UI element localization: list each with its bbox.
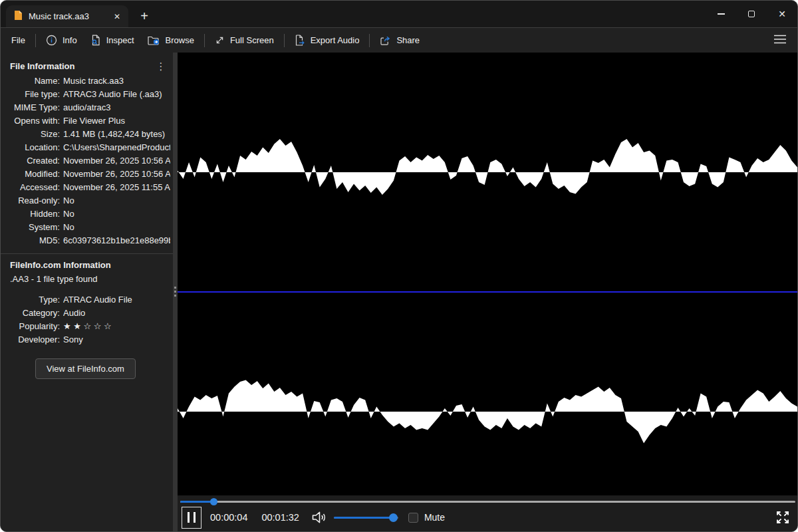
field-label: Location: — [1, 141, 60, 154]
field-row: Developer: Sony — [1, 333, 170, 346]
field-label: Category: — [1, 307, 60, 320]
seek-progress — [180, 501, 213, 503]
field-value: audio/atrac3 — [63, 101, 170, 114]
app-window: Music track.aa3 ✕ + ✕ File Info Inspect — [0, 0, 798, 532]
waveform-display — [178, 53, 797, 495]
field-label: Popularity: — [1, 320, 60, 333]
waveform-right-channel — [178, 377, 797, 446]
pause-button[interactable] — [182, 507, 201, 529]
file-information-header: File Information ⋮ — [1, 53, 173, 74]
field-value: ★ ★ ☆ ☆ ☆ — [63, 320, 170, 333]
field-label: Read-only: — [1, 194, 60, 207]
kebab-menu-icon[interactable]: ⋮ — [154, 62, 168, 71]
field-row: Size: 1.41 MB (1,482,424 bytes) — [1, 128, 170, 141]
channel-divider-line — [178, 291, 797, 293]
inspect-label: Inspect — [106, 35, 134, 45]
player-control-panel: 00:00:04 00:01:32 Mute — [178, 495, 797, 531]
close-button[interactable]: ✕ — [767, 1, 797, 27]
view-at-fileinfo-button[interactable]: View at FileInfo.com — [35, 358, 136, 379]
field-value: File Viewer Plus — [63, 114, 170, 128]
info-label: Info — [63, 35, 77, 45]
browse-button[interactable]: Browse — [141, 28, 201, 53]
file-information-fields: Name: Music track.aa3 File type: ATRAC3 … — [1, 74, 173, 247]
fileinfo-title: FileInfo.com Information — [1, 254, 173, 270]
minimize-icon — [718, 13, 725, 14]
splitter-grip-icon — [174, 287, 176, 297]
volume-slider[interactable] — [334, 513, 398, 522]
tab-title: Music track.aa3 — [29, 11, 105, 21]
sidebar-splitter[interactable] — [173, 53, 178, 531]
browse-icon — [148, 35, 160, 46]
field-row: Hidden: No — [1, 207, 170, 221]
field-label: Opens with: — [1, 114, 60, 128]
speaker-icon[interactable] — [311, 509, 328, 525]
seek-track[interactable] — [180, 501, 795, 503]
volume-thumb[interactable] — [389, 513, 398, 522]
export-audio-button[interactable]: Export Audio — [288, 28, 366, 53]
transport-controls: 00:00:04 00:01:32 Mute — [182, 505, 791, 529]
field-row: Type: ATRAC Audio File — [1, 293, 170, 307]
field-value: November 26, 2025 10:56 AM — [63, 154, 170, 168]
field-row: Category: Audio — [1, 307, 170, 320]
file-menu-label: File — [11, 35, 25, 45]
field-value: No — [63, 194, 170, 207]
field-value: C:\Users\SharpenedProducti... — [63, 141, 170, 154]
field-row: Name: Music track.aa3 — [1, 74, 170, 88]
menu-button[interactable] — [772, 28, 788, 53]
field-row: Popularity: ★ ★ ☆ ☆ ☆ — [1, 320, 170, 333]
field-value: Audio — [63, 307, 170, 320]
toolbar-separator — [284, 34, 285, 47]
field-row: Modified: November 26, 2025 10:56 AM — [1, 168, 170, 181]
field-label: Modified: — [1, 168, 60, 181]
export-audio-icon — [295, 35, 305, 46]
browse-label: Browse — [166, 35, 194, 45]
toolbar: File Info Inspect Browse Full Scre — [1, 27, 797, 53]
field-label: MIME Type: — [1, 101, 60, 114]
field-value: Music track.aa3 — [63, 74, 170, 88]
close-icon: ✕ — [778, 9, 786, 19]
info-icon — [46, 35, 57, 46]
expand-fullscreen-button[interactable] — [775, 509, 791, 525]
share-label: Share — [396, 35, 420, 45]
field-value: 6c03973612b1be21e88e99b2b... — [63, 234, 170, 247]
info-button[interactable]: Info — [39, 28, 84, 53]
fileinfo-subtitle: .AA3 - 1 file type found — [1, 270, 173, 284]
mute-label: Mute — [424, 512, 445, 523]
inspect-icon — [90, 35, 101, 46]
field-value: Sony — [63, 333, 170, 346]
new-tab-button[interactable]: + — [136, 7, 153, 25]
field-row: Created: November 26, 2025 10:56 AM — [1, 154, 170, 168]
document-tab[interactable]: Music track.aa3 ✕ — [6, 5, 128, 27]
field-value: November 26, 2025 11:55 AM — [63, 181, 170, 194]
field-label: Hidden: — [1, 207, 60, 221]
full-screen-button[interactable]: Full Screen — [208, 28, 281, 53]
field-row: MIME Type: audio/atrac3 — [1, 101, 170, 114]
inspect-button[interactable]: Inspect — [84, 28, 141, 53]
content-area: File Information ⋮ Name: Music track.aa3… — [1, 53, 797, 531]
field-row: MD5: 6c03973612b1be21e88e99b2b... — [1, 234, 170, 247]
field-label: System: — [1, 221, 60, 234]
seek-thumb[interactable] — [210, 498, 217, 505]
field-row: File type: ATRAC3 Audio File (.aa3) — [1, 88, 170, 101]
mute-checkbox[interactable] — [408, 513, 418, 523]
field-row: Accessed: November 26, 2025 11:55 AM — [1, 181, 170, 194]
menu-file[interactable]: File — [5, 28, 32, 53]
full-screen-label: Full Screen — [230, 35, 274, 45]
window-controls: ✕ — [706, 1, 797, 27]
tab-close-icon[interactable]: ✕ — [111, 11, 123, 23]
share-button[interactable]: Share — [373, 28, 426, 53]
toolbar-separator — [35, 34, 36, 47]
field-value: No — [63, 207, 170, 221]
minimize-button[interactable] — [706, 1, 736, 27]
maximize-button[interactable] — [736, 1, 767, 27]
field-label: MD5: — [1, 234, 60, 247]
field-value: ATRAC3 Audio File (.aa3) — [63, 88, 170, 101]
field-label: Size: — [1, 128, 60, 141]
field-value: ATRAC Audio File — [63, 293, 170, 307]
current-time: 00:00:04 — [210, 512, 247, 523]
field-row: Read-only: No — [1, 194, 170, 207]
file-information-title: File Information — [10, 61, 154, 71]
field-row: Opens with: File Viewer Plus — [1, 114, 170, 128]
field-label: Developer: — [1, 333, 60, 346]
waveform-left-channel — [178, 138, 797, 207]
